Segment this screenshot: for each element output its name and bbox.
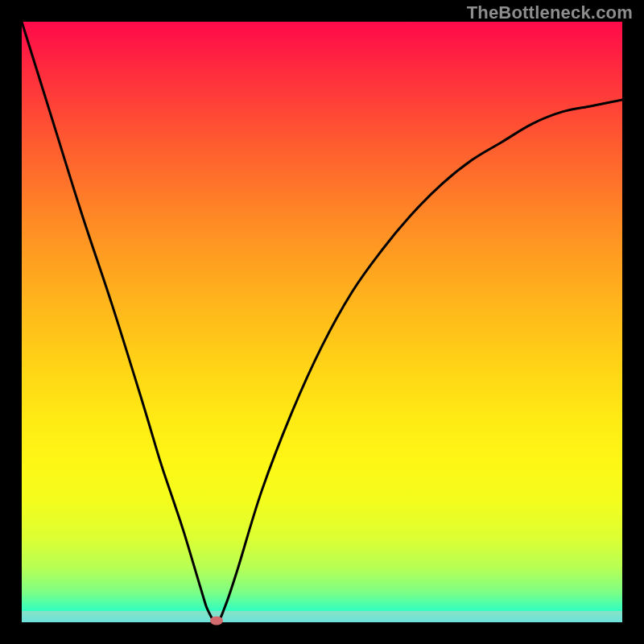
bottleneck-curve: [22, 22, 622, 622]
chart-frame: TheBottleneck.com: [0, 0, 644, 644]
minimum-marker: [210, 616, 223, 625]
plot-area: [22, 22, 622, 622]
watermark-text: TheBottleneck.com: [467, 2, 633, 23]
bottom-highlight-band: [22, 611, 622, 622]
